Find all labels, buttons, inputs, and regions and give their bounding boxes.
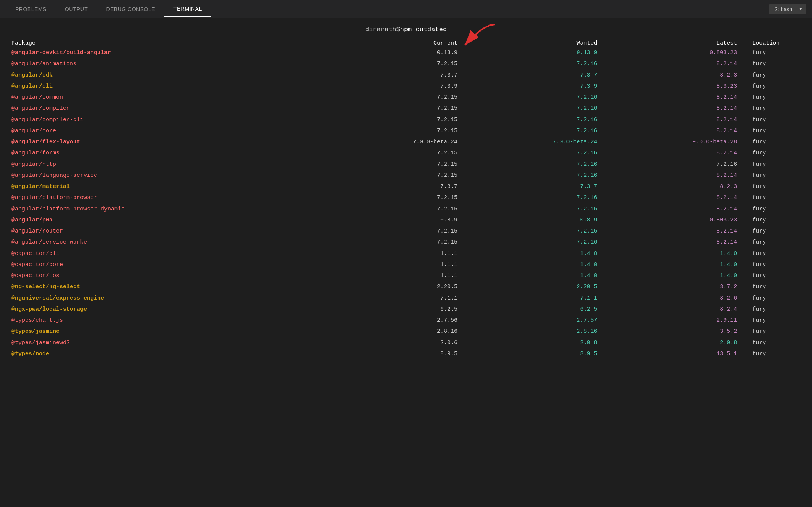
package-location: fury (748, 136, 801, 148)
table-row: @angular/compiler7.2.157.2.168.2.14fury (11, 103, 801, 114)
package-latest: 3.5.2 (609, 326, 749, 337)
table-row: @angular/animations7.2.157.2.168.2.14fur… (11, 58, 801, 69)
tab-output[interactable]: OUTPUT (56, 2, 97, 17)
package-location: fury (748, 248, 801, 259)
package-latest: 7.2.16 (609, 159, 749, 170)
tab-problems[interactable]: PROBLEMS (6, 2, 56, 17)
package-wanted: 7.3.7 (469, 70, 609, 81)
package-wanted: 7.2.16 (469, 170, 609, 181)
table-row: @angular/material7.3.77.3.78.2.3fury (11, 181, 801, 192)
package-latest: 8.3.23 (609, 81, 749, 92)
package-latest: 8.2.14 (609, 170, 749, 181)
package-location: fury (748, 304, 801, 315)
prompt-line: dinanath$ npm outdated (11, 26, 801, 33)
package-name: @capacitor/cli (11, 248, 329, 259)
package-location: fury (748, 270, 801, 281)
table-row: @types/node8.9.58.9.513.5.1fury (11, 348, 801, 359)
package-location: fury (748, 348, 801, 359)
col-header-location: Location (748, 39, 801, 47)
package-wanted: 7.2.16 (469, 204, 609, 215)
table-row: @angular/cli7.3.97.3.98.3.23fury (11, 81, 801, 92)
package-location: fury (748, 114, 801, 125)
package-wanted: 2.0.8 (469, 337, 609, 348)
table-row: @angular/service-worker7.2.157.2.168.2.1… (11, 237, 801, 248)
package-current: 1.1.1 (329, 248, 469, 259)
package-name: @angular/platform-browser-dynamic (11, 204, 329, 215)
tab-debug-console[interactable]: DEBUG CONSOLE (97, 2, 164, 17)
package-location: fury (748, 204, 801, 215)
col-header-package: Package (11, 39, 329, 47)
package-name: @nguniversal/express-engine (11, 293, 329, 304)
package-latest: 1.4.0 (609, 248, 749, 259)
package-name: @angular/animations (11, 58, 329, 69)
package-current: 0.13.9 (329, 47, 469, 58)
package-wanted: 0.8.9 (469, 215, 609, 226)
package-current: 6.2.5 (329, 304, 469, 315)
package-location: fury (748, 148, 801, 159)
package-name: @types/jasminewd2 (11, 337, 329, 348)
package-name: @angular/forms (11, 148, 329, 159)
prompt-command: npm outdated (400, 26, 447, 33)
package-latest: 9.0.0-beta.28 (609, 136, 749, 148)
table-header-row: Package Current Wanted Latest Location (11, 39, 801, 47)
table-row: @angular-devkit/build-angular0.13.90.13.… (11, 47, 801, 58)
table-row: @capacitor/cli1.1.11.4.01.4.0fury (11, 248, 801, 259)
package-latest: 1.4.0 (609, 259, 749, 270)
package-wanted: 7.2.16 (469, 92, 609, 103)
table-row: @angular/core7.2.157.2.168.2.14fury (11, 125, 801, 136)
package-location: fury (748, 159, 801, 170)
package-wanted: 6.2.5 (469, 304, 609, 315)
package-current: 7.2.15 (329, 148, 469, 159)
table-row: @angular/router7.2.157.2.168.2.14fury (11, 226, 801, 237)
package-location: fury (748, 315, 801, 326)
table-row: @angular/common7.2.157.2.168.2.14fury (11, 92, 801, 103)
tab-terminal[interactable]: TERMINAL (164, 1, 211, 17)
prompt-user: dinanath$ (365, 26, 400, 33)
package-current: 7.2.15 (329, 58, 469, 69)
package-name: @angular/language-service (11, 170, 329, 181)
package-name: @angular/common (11, 92, 329, 103)
package-wanted: 7.3.7 (469, 181, 609, 192)
table-row: @angular/flex-layout7.0.0-beta.247.0.0-b… (11, 136, 801, 148)
table-row: @ngx-pwa/local-storage6.2.56.2.58.2.4fur… (11, 304, 801, 315)
package-name: @types/jasmine (11, 326, 329, 337)
package-location: fury (748, 170, 801, 181)
package-name: @capacitor/ios (11, 270, 329, 281)
package-current: 1.1.1 (329, 259, 469, 270)
package-latest: 8.2.14 (609, 148, 749, 159)
package-location: fury (748, 259, 801, 270)
package-current: 8.9.5 (329, 348, 469, 359)
package-wanted: 1.4.0 (469, 248, 609, 259)
package-name: @angular/cli (11, 81, 329, 92)
package-current: 7.2.15 (329, 226, 469, 237)
package-wanted: 7.2.16 (469, 114, 609, 125)
package-wanted: 2.20.5 (469, 281, 609, 292)
col-header-wanted: Wanted (469, 39, 609, 47)
package-wanted: 7.1.1 (469, 293, 609, 304)
package-name: @angular/pwa (11, 215, 329, 226)
table-row: @types/chart.js2.7.562.7.572.9.11fury (11, 315, 801, 326)
package-current: 7.2.15 (329, 92, 469, 103)
package-location: fury (748, 192, 801, 203)
table-row: @nguniversal/express-engine7.1.17.1.18.2… (11, 293, 801, 304)
package-latest: 8.2.14 (609, 92, 749, 103)
package-current: 7.3.7 (329, 70, 469, 81)
terminal-selector-wrapper: 2: bash ▼ (769, 4, 806, 14)
package-latest: 8.2.4 (609, 304, 749, 315)
package-latest: 2.9.11 (609, 315, 749, 326)
terminal-selector-display[interactable]: 2: bash (769, 4, 806, 14)
package-wanted: 1.4.0 (469, 259, 609, 270)
package-wanted: 7.2.16 (469, 103, 609, 114)
package-wanted: 7.3.9 (469, 81, 609, 92)
package-wanted: 2.8.16 (469, 326, 609, 337)
package-name: @angular/material (11, 181, 329, 192)
package-name: @angular/platform-browser (11, 192, 329, 203)
package-location: fury (748, 326, 801, 337)
package-name: @angular/cdk (11, 70, 329, 81)
package-wanted: 2.7.57 (469, 315, 609, 326)
package-wanted: 7.2.16 (469, 148, 609, 159)
package-latest: 8.2.14 (609, 192, 749, 203)
npm-outdated-table: Package Current Wanted Latest Location @… (11, 39, 801, 359)
package-current: 7.3.7 (329, 181, 469, 192)
table-row: @angular/language-service7.2.157.2.168.2… (11, 170, 801, 181)
